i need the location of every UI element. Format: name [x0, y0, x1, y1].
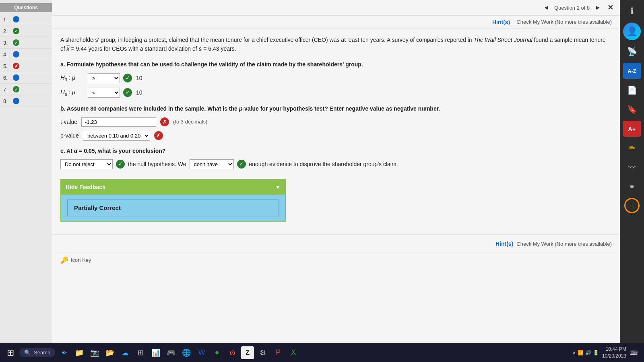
feedback-status: Partially Correct [67, 200, 279, 216]
ha-operator-select[interactable]: < ≥ ≤ = > [88, 88, 120, 98]
taskbar: ⊞ 🔍 Search ✒ 📁 📷 📂 ☁ ⊞ 📊 🎮 🌐 W ● ⊙ Z ⚙ P… [0, 343, 644, 362]
start-button[interactable]: ⊞ [4, 346, 17, 359]
taskbar-folder-icon[interactable]: 📂 [103, 346, 116, 359]
hints-link-bottom[interactable]: Hint(s) [495, 241, 513, 247]
bottom-hints-bar: Hint(s) Check My Work (No more tries ava… [52, 234, 620, 253]
volume-icon: 🔊 [585, 350, 591, 356]
t-value-decimals: (to 3 decimals) [173, 118, 207, 126]
part-c-label: c. At α = 0.05, what is your conclusion? [60, 146, 612, 155]
search-label: Search [34, 350, 50, 356]
sidebar-item-3[interactable]: 3. [0, 37, 52, 49]
taskbar-file-icon[interactable]: 📁 [73, 346, 86, 359]
question-num-7: 7. [3, 86, 13, 93]
sidebar-item-5[interactable]: 5. [0, 60, 52, 72]
part-a-text: Formulate hypotheses that can be used to… [67, 61, 363, 68]
ha-value: 10 [136, 88, 142, 97]
clock-date: 10/20/2023 [602, 353, 626, 360]
feedback-header-icon: ▼ [275, 183, 281, 191]
t-value-x-icon: ✗ [160, 117, 169, 126]
taskbar-cloud-icon[interactable]: ☁ [119, 346, 132, 359]
sidebar-item-1[interactable]: 1. [0, 14, 52, 25]
chevron-up-icon[interactable]: ∧ [572, 350, 576, 356]
feedback-header-text: Hide Feedback [66, 183, 105, 191]
taskbar-ppt-icon[interactable]: P [272, 346, 285, 359]
taskbar-green-icon[interactable]: ● [211, 346, 223, 359]
taskbar-search-box[interactable]: 🔍 Search [19, 348, 55, 357]
dont-have-check-icon: ✓ [237, 160, 246, 169]
wifi-icon: 📶 [578, 350, 584, 356]
part-c-section: c. At α = 0.05, what is your conclusion?… [60, 146, 612, 169]
feedback-section: Hide Feedback ▼ Partially Correct [60, 179, 286, 222]
sidebar-item-8[interactable]: 8. [0, 95, 52, 107]
ha-label: Ha : μ [60, 87, 85, 98]
hints-link-top[interactable]: Hint(s) [492, 19, 510, 25]
close-button[interactable]: ✕ [607, 3, 613, 12]
conclusion-check-icon: ✓ [116, 160, 125, 169]
taskbar-camera-icon[interactable]: 📷 [88, 346, 101, 359]
aplus-icon[interactable]: A+ [623, 121, 641, 137]
pencil-icon[interactable]: ✏ [623, 140, 641, 156]
sidebar-item-6[interactable]: 6. [0, 72, 52, 84]
user-avatar[interactable]: 👤 [623, 23, 641, 40]
t-value-label: t-value [60, 117, 77, 126]
taskbar-pen-icon[interactable]: ✒ [58, 346, 70, 359]
taskbar-game-icon[interactable]: 🎮 [165, 346, 178, 359]
question-status-2 [13, 28, 19, 34]
taskbar-excel-icon[interactable]: X [287, 346, 300, 359]
info-icon[interactable]: ℹ [623, 3, 641, 19]
question-num-4: 4. [3, 51, 13, 58]
dont-have-select[interactable]: don't have have [190, 159, 234, 169]
next-question-arrow[interactable]: ► [594, 4, 601, 11]
taskbar-chrome-icon[interactable]: ⊙ [226, 346, 239, 359]
keyboard-icon: ⌨ [630, 350, 638, 356]
az-icon[interactable]: A-Z [623, 63, 641, 79]
conclusion-end-text: enough evidence to disprove the sharehol… [249, 160, 398, 169]
top-nav: ◄ Question 2 of 8 ► [543, 4, 601, 11]
key-icon: 🔑 [60, 256, 68, 264]
h0-check-icon: ✓ [123, 74, 132, 82]
document-icon[interactable]: 📄 [623, 82, 641, 98]
taskbar-settings-icon[interactable]: ⚙ [256, 346, 269, 359]
lines-icon[interactable]: ≡ [623, 179, 641, 195]
question-status-4 [13, 51, 19, 58]
t-value-row: t-value ✗ (to 3 decimals) [60, 117, 612, 127]
taskbar-grid-icon[interactable]: ⊞ [134, 346, 147, 359]
taskbar-right: ∧ 📶 🔊 🔋 10:44 PM 10/20/2023 ⌨ [572, 346, 644, 360]
battery-icon: 🔋 [593, 350, 599, 356]
h0-label: H0 : μ [60, 73, 85, 83]
taskbar-left: ⊞ 🔍 Search ✒ 📁 📷 📂 ☁ ⊞ 📊 🎮 🌐 W ● ⊙ Z ⚙ P… [0, 346, 304, 359]
feedback-body: Partially Correct [61, 195, 285, 221]
t-value-input[interactable] [81, 117, 156, 127]
part-b-label: b. Assume 80 companies were included in … [60, 104, 612, 113]
check-my-work-top: Check My Work (No more tries available) [516, 19, 612, 25]
right-sidebar: ℹ 👤 📡 A-Z 📄 🔖 A+ ✏ 〰 ≡ ○ [620, 0, 644, 343]
sidebar-item-4[interactable]: 4. [0, 49, 52, 60]
bookmark-icon[interactable]: 🔖 [623, 101, 641, 117]
sidebar-item-2[interactable]: 2. [0, 25, 52, 37]
p-value-label: p-value [60, 131, 79, 140]
question-counter: Question 2 of 8 [554, 5, 590, 11]
question-status-8 [13, 98, 19, 104]
ring-icon[interactable]: ○ [624, 198, 640, 213]
question-status-7 [13, 86, 19, 93]
taskbar-clock: 10:44 PM 10/20/2023 [602, 346, 626, 360]
sidebar-item-7[interactable]: 7. [0, 84, 52, 95]
question-sidebar: Questions 1. 2. 3. 4. 5. 6. 7. [0, 0, 52, 343]
clock-time: 10:44 PM [602, 346, 626, 353]
p-value-select[interactable]: between 0.10 and 0.20 between 0.05 and 0… [83, 131, 150, 141]
rss-icon[interactable]: 📡 [623, 43, 641, 60]
wave-icon[interactable]: 〰 [623, 159, 641, 175]
h0-operator-select[interactable]: ≥ ≤ = < > [88, 73, 120, 83]
prev-question-arrow[interactable]: ◄ [543, 4, 549, 11]
taskbar-edge-icon[interactable]: 🌐 [180, 346, 193, 359]
taskbar-z-icon[interactable]: Z [241, 346, 254, 359]
conclusion-row: Do not reject Reject ✓ the null hypothes… [60, 159, 612, 169]
conclusion-select[interactable]: Do not reject Reject [60, 159, 113, 169]
main-content: ◄ Question 2 of 8 ► ✕ Hint(s) Check My W… [52, 0, 620, 343]
search-icon: 🔍 [24, 350, 31, 356]
taskbar-stats-icon[interactable]: 📊 [149, 346, 162, 359]
feedback-header[interactable]: Hide Feedback ▼ [61, 179, 285, 195]
p-value-row: p-value between 0.10 and 0.20 between 0.… [60, 131, 612, 141]
taskbar-system-icons: ∧ 📶 🔊 🔋 [572, 350, 599, 356]
taskbar-word-icon[interactable]: W [195, 346, 208, 359]
